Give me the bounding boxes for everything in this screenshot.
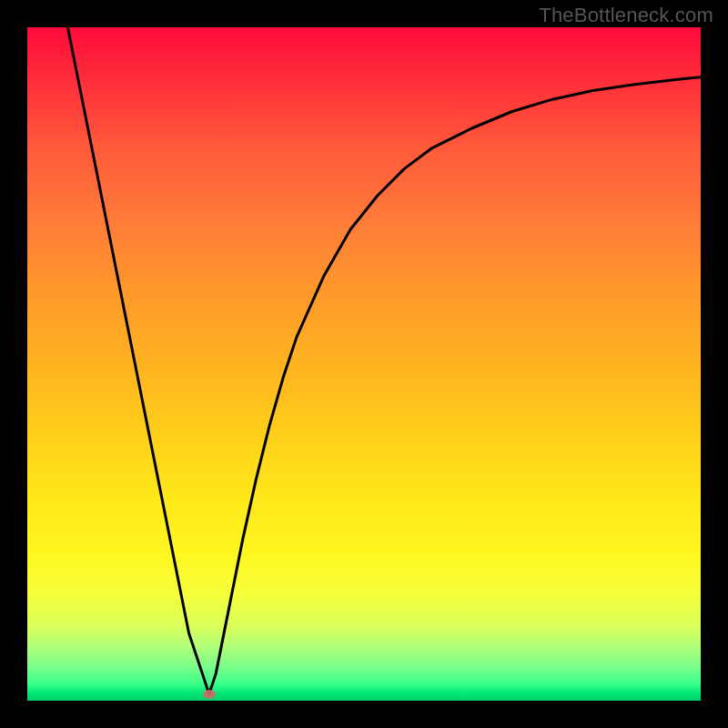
plot-area bbox=[27, 27, 701, 701]
bottleneck-curve-svg bbox=[27, 27, 701, 701]
minimum-marker bbox=[203, 690, 216, 699]
chart-frame: TheBottleneck.com bbox=[0, 0, 728, 728]
watermark-text: TheBottleneck.com bbox=[539, 4, 713, 27]
bottleneck-curve-path bbox=[67, 27, 701, 694]
